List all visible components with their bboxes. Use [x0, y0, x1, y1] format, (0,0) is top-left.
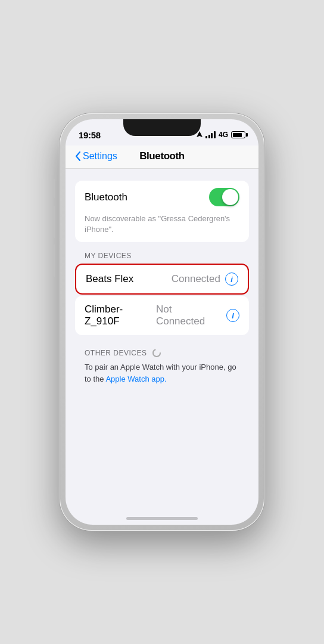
discoverable-text: Now discoverable as "Gressa Cedergren's … — [75, 213, 249, 242]
bluetooth-toggle-label: Bluetooth — [85, 191, 127, 203]
bluetooth-toggle-card: Bluetooth Now discoverable as "Gressa Ce… — [75, 181, 249, 242]
phone-screen: 19:58 4G — [66, 119, 258, 525]
status-right: 4G — [197, 131, 245, 139]
network-type: 4G — [219, 131, 228, 139]
back-button[interactable]: Settings — [75, 151, 117, 162]
other-devices-header: OTHER DEVICES — [66, 340, 258, 361]
beats-flex-name: Beats Flex — [86, 273, 133, 285]
climber-row[interactable]: Climber-Z_910F Not Connected i — [75, 296, 249, 335]
back-chevron-icon — [75, 151, 81, 161]
other-devices-info: To pair an Apple Watch with your iPhone,… — [66, 361, 258, 388]
climber-info-button[interactable]: i — [226, 309, 239, 322]
climber-name: Climber-Z_910F — [85, 304, 156, 327]
content-area: Bluetooth Now discoverable as "Gressa Ce… — [66, 169, 258, 517]
svg-point-0 — [153, 349, 160, 357]
climber-status-area: Not Connected i — [156, 304, 239, 327]
power-button[interactable] — [269, 191, 272, 227]
notch — [123, 119, 201, 136]
bluetooth-toggle-row: Bluetooth — [75, 181, 249, 213]
volume-down-button[interactable] — [52, 244, 55, 277]
back-label: Settings — [83, 151, 117, 162]
beats-flex-row[interactable]: Beats Flex Connected i — [75, 264, 249, 295]
nav-bar: Settings Bluetooth — [66, 145, 258, 169]
signal-icon — [205, 131, 216, 138]
status-time: 19:58 — [79, 130, 101, 140]
beats-flex-info-button[interactable]: i — [225, 273, 238, 286]
loading-spinner — [152, 348, 161, 358]
other-devices-label: OTHER DEVICES — [85, 349, 147, 357]
phone-frame: 19:58 4G — [60, 113, 264, 531]
home-indicator — [126, 517, 198, 520]
location-icon — [197, 131, 202, 138]
volume-up-button[interactable] — [52, 206, 55, 238]
apple-watch-link[interactable]: Apple Watch app. — [105, 374, 166, 383]
other-devices-card: Climber-Z_910F Not Connected i — [75, 296, 249, 335]
beats-flex-status-area: Connected i — [172, 273, 238, 286]
climber-status: Not Connected — [156, 304, 222, 327]
mute-button[interactable] — [52, 179, 55, 198]
my-devices-header: MY DEVICES — [66, 247, 258, 264]
battery-icon — [231, 131, 245, 138]
page-title: Bluetooth — [139, 150, 185, 162]
bluetooth-toggle[interactable] — [209, 188, 239, 206]
beats-flex-card: Beats Flex Connected i — [75, 264, 249, 295]
beats-flex-status: Connected — [172, 273, 220, 285]
